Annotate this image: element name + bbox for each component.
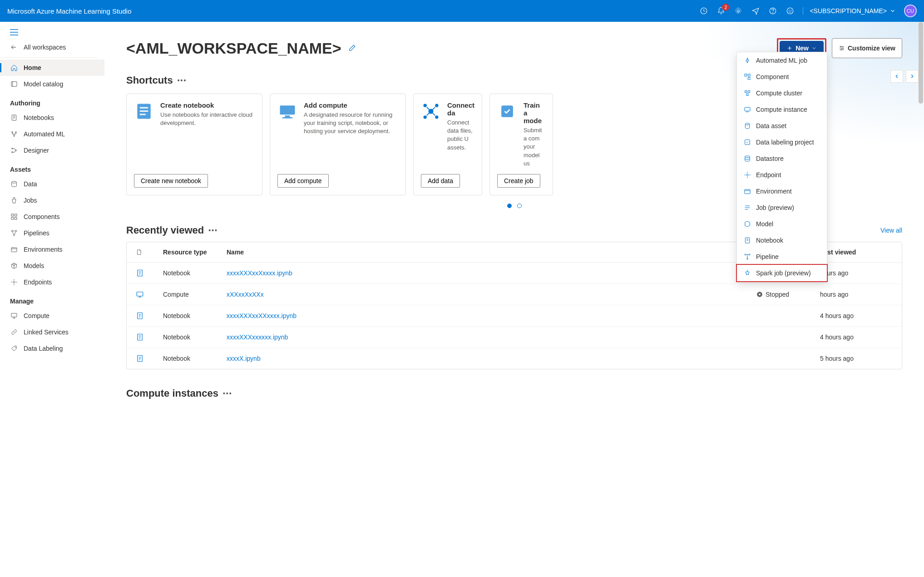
svg-point-1 [737, 10, 740, 12]
card-connect-data[interactable]: Connect da Connect data files, public U … [413, 94, 482, 195]
compute-more-icon[interactable]: ••• [223, 390, 232, 397]
menu-compute-cluster[interactable]: Compute cluster [737, 85, 827, 101]
row-name[interactable]: xxxxXXXxxXxxxx.ipynb [227, 269, 738, 277]
svg-point-6 [791, 10, 791, 10]
nav-pipelines[interactable]: Pipelines [0, 225, 104, 241]
svg-rect-41 [745, 189, 750, 194]
edit-icon[interactable] [348, 44, 356, 52]
nav-environments[interactable]: Environments [0, 241, 104, 258]
menu-model[interactable]: Model [737, 216, 827, 232]
cards-next-button[interactable] [906, 70, 919, 83]
menu-job-preview[interactable]: Job (preview) [737, 199, 827, 216]
svg-rect-7 [11, 82, 17, 87]
nav-home[interactable]: Home [0, 60, 104, 76]
scrollbar-thumb[interactable] [919, 22, 923, 104]
menu-spark-job-preview[interactable]: Spark job (preview) [736, 264, 828, 282]
row-last: 5 hours ago [820, 355, 893, 362]
environments-icon [10, 245, 18, 254]
table-row[interactable]: NotebookxxxxXXXxxXXxxxx.ipynb4 hours ago [127, 305, 902, 327]
create-notebook-button[interactable]: Create new notebook [134, 174, 208, 188]
menu-environment[interactable]: Environment [737, 183, 827, 199]
row-name[interactable]: xXXxxXxXXx [227, 291, 738, 298]
svg-point-21 [15, 230, 17, 232]
recent-icon[interactable] [699, 6, 708, 15]
menu-datastore[interactable]: Datastore [737, 150, 827, 167]
nav-data-labeling[interactable]: Data Labeling [0, 340, 104, 357]
card-create-notebook[interactable]: Create notebook Use notebooks for intera… [126, 94, 262, 195]
table-row[interactable]: ComputexXXxxXxXXxStoppedhours ago [127, 284, 902, 305]
menu-compute-instance[interactable]: Compute instance [737, 101, 827, 118]
view-all-link[interactable]: View all [880, 227, 902, 234]
add-data-button[interactable]: Add data [421, 174, 460, 188]
nav-data[interactable]: Data [0, 176, 104, 192]
row-name[interactable]: xxxxXXXxxXXxxxx.ipynb [227, 312, 738, 319]
svg-point-4 [787, 8, 794, 14]
menu-pipeline[interactable]: Pipeline [737, 249, 827, 265]
col-last[interactable]: Last viewed [820, 249, 893, 256]
recent-header: Recently viewed ••• [126, 224, 218, 236]
nav-models[interactable]: Models [0, 258, 104, 274]
recent-more-icon[interactable]: ••• [208, 227, 218, 234]
endpoints-icon [10, 278, 18, 286]
row-name[interactable]: xxxxXXXxxxxxx.ipynb [227, 333, 738, 341]
menu-data-asset[interactable]: Data asset [737, 118, 827, 134]
settings-icon[interactable] [734, 6, 743, 15]
svg-rect-60 [137, 292, 143, 296]
notifications-icon[interactable]: 2 [716, 6, 726, 15]
environment-icon [743, 187, 751, 195]
pager-dot-1[interactable] [507, 204, 512, 208]
svg-point-9 [12, 132, 13, 133]
subscription-picker[interactable]: <SUBSCRIPTION_NAME> [803, 7, 896, 15]
nav-endpoints[interactable]: Endpoints [0, 274, 104, 290]
smile-icon[interactable] [786, 6, 795, 15]
svg-rect-25 [11, 313, 17, 317]
nav-components[interactable]: Components [0, 209, 104, 225]
row-icon [136, 290, 163, 298]
avatar[interactable]: CU [904, 5, 917, 17]
app-title: Microsoft Azure Machine Learning Studio [7, 7, 131, 15]
menu-endpoint[interactable]: Endpoint [737, 167, 827, 183]
create-job-button[interactable]: Create job [497, 174, 540, 188]
svg-rect-48 [140, 110, 148, 112]
nav-compute[interactable]: Compute [0, 308, 104, 324]
table-row[interactable]: NotebookxxxxX.ipynb5 hours ago [127, 348, 902, 369]
hamburger-icon[interactable] [0, 25, 104, 39]
help-icon[interactable] [768, 6, 777, 15]
designer-icon [10, 146, 18, 154]
add-compute-button[interactable]: Add compute [277, 174, 329, 188]
svg-point-54 [424, 104, 427, 107]
nav-designer[interactable]: Designer [0, 142, 104, 159]
table-row[interactable]: NotebookxxxxXXXxxxxxx.ipynb4 hours ago [127, 327, 902, 348]
menu-automated-ml-job[interactable]: Automated ML job [737, 52, 827, 69]
col-name[interactable]: Name [227, 249, 738, 256]
shortcuts-more-icon[interactable]: ••• [178, 77, 187, 84]
nav-jobs[interactable]: Jobs [0, 192, 104, 209]
menu-component[interactable]: Component [737, 69, 827, 85]
pipeline-icon [743, 253, 751, 261]
notebook-card-icon [134, 101, 154, 121]
cards-prev-button[interactable] [890, 70, 903, 83]
svg-point-14 [12, 152, 13, 153]
menu-data-labeling-project[interactable]: Data labeling project [737, 134, 827, 150]
catalog-icon [10, 80, 18, 88]
menu-notebook[interactable]: Notebook [737, 232, 827, 249]
svg-rect-34 [748, 91, 750, 93]
card-train-model[interactable]: Train a mode Submit a com your model us … [489, 94, 553, 195]
nav-model-catalog[interactable]: Model catalog [0, 76, 104, 92]
automl-icon [10, 130, 18, 138]
row-last: hours ago [820, 291, 893, 298]
nav-automl[interactable]: Automated ML [0, 126, 104, 142]
pager-dot-2[interactable] [517, 204, 522, 208]
nav-notebooks[interactable]: Notebooks [0, 109, 104, 126]
data-card-icon [421, 101, 441, 121]
row-type: Compute [163, 291, 227, 298]
arrow-left-icon [10, 44, 17, 51]
col-type[interactable]: Resource type [163, 249, 227, 256]
card-add-compute[interactable]: Add compute A designated resource for ru… [270, 94, 406, 195]
feedback-icon[interactable] [751, 6, 760, 15]
customize-view-button[interactable]: Customize view [832, 38, 902, 58]
row-name[interactable]: xxxxX.ipynb [227, 355, 738, 362]
nav-linked-services[interactable]: Linked Services [0, 324, 104, 340]
back-all-workspaces[interactable]: All workspaces [0, 39, 104, 55]
svg-point-26 [15, 347, 15, 348]
